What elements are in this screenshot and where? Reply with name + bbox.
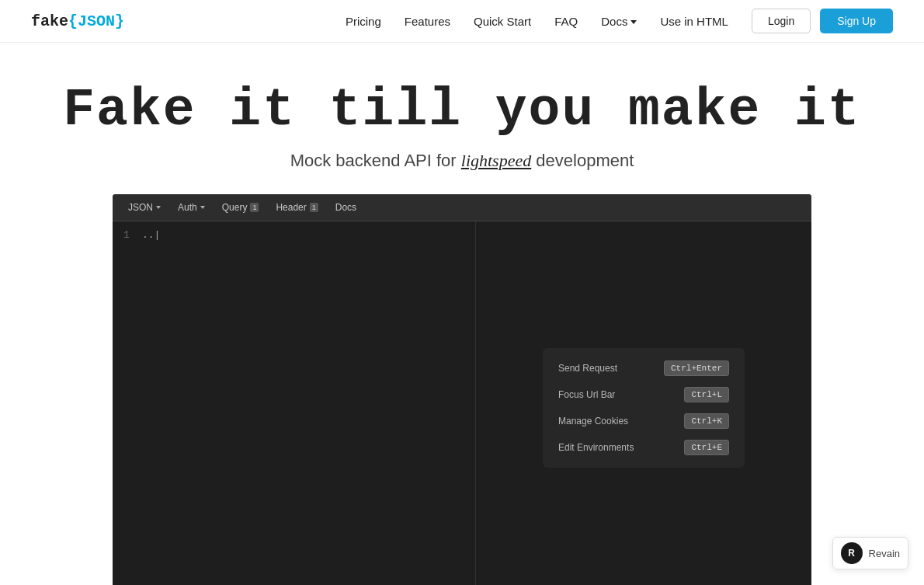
logo[interactable]: fake{JSON} bbox=[31, 12, 124, 30]
nav-links: Pricing Features Quick Start FAQ Docs Us… bbox=[346, 15, 728, 28]
tab-docs[interactable]: Docs bbox=[328, 199, 364, 216]
editor-cursor-line: .. bbox=[142, 229, 464, 241]
video-content: 1 .. Send Request Ctrl+Enter Focus Url B… bbox=[113, 221, 811, 585]
line-number: 1 bbox=[123, 229, 130, 241]
logo-accent: {JSON} bbox=[68, 12, 124, 30]
query-badge: 1 bbox=[250, 203, 259, 212]
signup-button[interactable]: Sign Up bbox=[820, 9, 893, 33]
nav-faq[interactable]: FAQ bbox=[554, 15, 578, 28]
hero-section: Fake it till you make it Mock backend AP… bbox=[0, 43, 924, 194]
editor-pane: 1 .. bbox=[113, 221, 476, 585]
tab-auth[interactable]: Auth bbox=[170, 199, 213, 216]
nav-features[interactable]: Features bbox=[405, 15, 450, 28]
navbar: fake{JSON} Pricing Features Quick Start … bbox=[0, 0, 924, 43]
shortcut-row-env: Edit Environments Ctrl+E bbox=[558, 440, 729, 455]
chevron-down-icon bbox=[630, 20, 637, 24]
chevron-down-icon bbox=[156, 206, 161, 209]
shortcut-focus-key: Ctrl+L bbox=[684, 387, 729, 402]
subtitle-highlight: lightspeed bbox=[461, 151, 531, 170]
shortcut-env-key: Ctrl+E bbox=[684, 440, 729, 455]
subtitle-before: Mock backend API for bbox=[290, 151, 461, 170]
hero-subtitle: Mock backend API for lightspeed developm… bbox=[16, 151, 908, 171]
revain-label: Revain bbox=[869, 548, 900, 559]
video-tabs: JSON Auth Query 1 Header 1 Docs bbox=[113, 194, 811, 221]
hero-title: Fake it till you make it bbox=[16, 82, 908, 140]
shortcut-row-focus: Focus Url Bar Ctrl+L bbox=[558, 387, 729, 402]
shortcut-row-send: Send Request Ctrl+Enter bbox=[558, 360, 729, 376]
nav-pricing[interactable]: Pricing bbox=[346, 15, 381, 28]
nav-quickstart[interactable]: Quick Start bbox=[474, 15, 531, 28]
video-player: JSON Auth Query 1 Header 1 Docs 1 .. bbox=[113, 194, 811, 585]
login-button[interactable]: Login bbox=[752, 9, 811, 33]
shortcut-send-label: Send Request bbox=[558, 363, 617, 374]
shortcut-focus-label: Focus Url Bar bbox=[558, 389, 615, 400]
shortcut-cookies-label: Manage Cookies bbox=[558, 416, 628, 427]
nav-docs[interactable]: Docs bbox=[601, 15, 637, 28]
tab-json[interactable]: JSON bbox=[120, 199, 168, 216]
header-badge: 1 bbox=[310, 203, 318, 212]
shortcut-env-label: Edit Environments bbox=[558, 442, 634, 453]
shortcut-send-key: Ctrl+Enter bbox=[664, 360, 729, 376]
subtitle-after: development bbox=[531, 151, 634, 170]
revain-badge: R Revain bbox=[832, 537, 908, 569]
chevron-down-icon bbox=[200, 206, 205, 209]
nav-use-in-html[interactable]: Use in HTML bbox=[660, 15, 728, 28]
shortcut-cookies-key: Ctrl+K bbox=[684, 413, 729, 429]
revain-icon: R bbox=[841, 542, 863, 564]
shortcut-table: Send Request Ctrl+Enter Focus Url Bar Ct… bbox=[543, 348, 745, 468]
response-pane: Send Request Ctrl+Enter Focus Url Bar Ct… bbox=[476, 221, 811, 585]
shortcut-row-cookies: Manage Cookies Ctrl+K bbox=[558, 413, 729, 429]
tab-header[interactable]: Header 1 bbox=[268, 199, 325, 216]
nav-actions: Login Sign Up bbox=[752, 9, 893, 33]
tab-query[interactable]: Query 1 bbox=[214, 199, 267, 216]
